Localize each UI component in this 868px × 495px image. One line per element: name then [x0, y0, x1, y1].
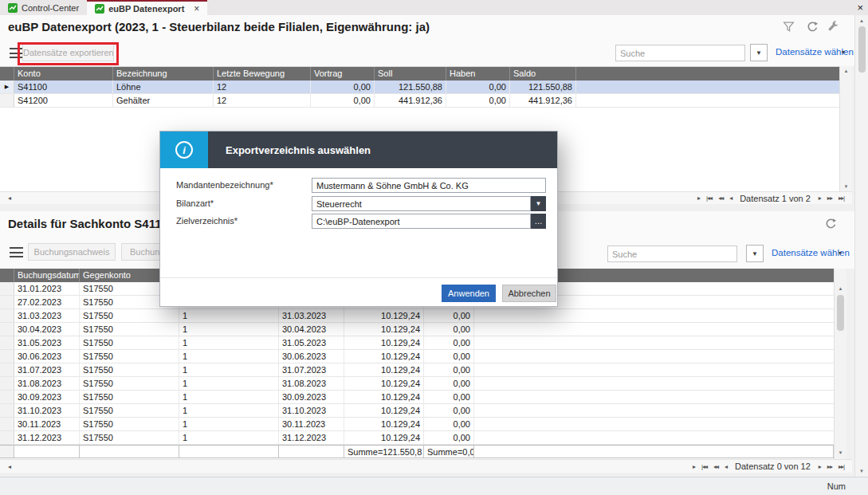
buchungsnachweis-button[interactable]: Buchungsnachweis [28, 243, 116, 261]
cell: 30.06.2023 [279, 350, 344, 363]
bilanzart-select[interactable] [312, 196, 531, 211]
scroll-down-icon[interactable]: ▾ [835, 450, 846, 456]
table-row[interactable]: 31.05.2023S17550131.05.202310.129,240,00 [0, 336, 834, 350]
table-row[interactable]: 31.10.2023S17550131.10.202310.129,240,00 [0, 404, 834, 418]
cell: 31.08.2023 [279, 377, 344, 390]
table-row[interactable]: 31.08.2023S17550131.08.202310.129,240,00 [0, 377, 834, 391]
window-vscrollbar[interactable]: ▴ ▾ [854, 15, 868, 477]
pager-first-icon[interactable]: |◂◂ [701, 463, 707, 470]
table-row[interactable]: 30.11.2023S17550130.11.202310.129,240,00 [0, 418, 834, 431]
scroll-right-icon[interactable]: ▸ [697, 194, 700, 202]
row-marker-cell [0, 350, 14, 363]
pager-next-page-icon[interactable]: ▸▸ [827, 194, 832, 202]
column-header[interactable]: Bezeichnung [113, 67, 214, 81]
scroll-left-icon[interactable]: ◂ [8, 463, 10, 470]
pager-prev-icon[interactable]: ◂ [729, 194, 732, 202]
cell [576, 81, 839, 93]
column-header[interactable]: Letzte Bewegung [214, 67, 311, 81]
cell: 1 [179, 336, 279, 349]
pager-next-icon[interactable]: ▸ [819, 463, 821, 470]
bilanzart-dropdown-button[interactable]: ▼ [531, 196, 546, 211]
scroll-left-icon[interactable]: ◂ [8, 194, 10, 202]
pager-last-icon[interactable]: ▸▸| [839, 194, 844, 202]
scroll-up-icon[interactable]: ▴ [835, 285, 846, 292]
menu-icon[interactable] [10, 247, 23, 257]
cell: S17550 [80, 404, 179, 417]
accounts-toolbar: Datensätze exportieren ▼ Datensätze wähl… [0, 40, 854, 66]
row-marker-cell [0, 377, 14, 390]
table-row[interactable]: ▶S41100Löhne120,00121.550,880,00121.550,… [0, 81, 839, 94]
table-row[interactable]: 31.03.2023S17550131.03.202310.129,240,00 [0, 309, 834, 323]
pager-next-page-icon[interactable]: ▸▸ [827, 463, 832, 470]
row-marker-cell [0, 418, 14, 430]
filter-dropdown-button[interactable]: ▼ [746, 245, 764, 262]
cell: S17550 [80, 431, 179, 444]
cell: 31.05.2023 [279, 336, 344, 349]
pager-prev-page-icon[interactable]: ◂◂ [713, 463, 718, 470]
browse-ellipsis-button[interactable]: … [531, 214, 546, 229]
scroll-up-icon[interactable]: ▴ [840, 68, 852, 74]
cell [576, 94, 839, 107]
table-row[interactable]: 31.07.2023S17550131.07.202310.129,240,00 [0, 363, 834, 377]
filter-dropdown-button[interactable]: ▼ [750, 44, 768, 61]
mandant-input[interactable] [312, 178, 546, 193]
cell: 0,00 [424, 418, 474, 430]
filter-funnel-icon[interactable] [783, 21, 795, 33]
apply-button[interactable]: Anwenden [442, 285, 496, 302]
tab-control-center[interactable]: Control-Center [0, 0, 87, 15]
wrench-icon[interactable] [827, 21, 839, 33]
scrollbar-thumb[interactable] [858, 26, 866, 73]
table-row[interactable]: S41200Gehälter120,00441.912,360,00441.91… [0, 94, 839, 108]
scrollbar-thumb[interactable] [837, 295, 844, 331]
status-bar: Num [0, 477, 868, 495]
column-header[interactable]: Soll [375, 67, 446, 81]
table-row[interactable]: 30.04.2023S17550130.04.202310.129,240,00 [0, 323, 834, 336]
cancel-button[interactable]: Abbrechen [502, 285, 556, 302]
cell: 31.12.2023 [279, 431, 344, 444]
accounts-grid-vscrollbar[interactable]: ▴ ▾ [839, 66, 852, 191]
chevron-down-icon[interactable]: ▾ [842, 49, 845, 56]
details-grid-vscrollbar[interactable]: ▴ ▾ [834, 269, 846, 459]
cell: 0,00 [446, 81, 510, 93]
column-header[interactable]: Vortrag [311, 67, 375, 81]
scroll-up-icon[interactable]: ▴ [855, 18, 868, 24]
cell: 10.129,24 [344, 431, 424, 444]
column-header[interactable]: Konto [14, 67, 113, 81]
cell: 0,00 [424, 404, 474, 417]
search-input[interactable] [607, 246, 737, 262]
row-marker-cell [0, 323, 14, 336]
scroll-down-icon[interactable]: ▾ [840, 183, 852, 190]
zielverzeichnis-input[interactable] [312, 214, 531, 229]
cell: 1 [179, 323, 279, 336]
table-row[interactable]: 30.06.2023S17550130.06.202310.129,240,00 [0, 350, 834, 363]
pager-first-icon[interactable]: |◂◂ [706, 194, 712, 202]
cell [474, 363, 834, 376]
pager-prev-page-icon[interactable]: ◂◂ [718, 194, 723, 202]
window-close-icon[interactable]: × [857, 2, 863, 14]
refresh-icon[interactable] [825, 218, 837, 230]
table-row[interactable]: 30.09.2023S17550130.09.202310.129,240,00 [0, 391, 834, 404]
column-header[interactable]: Saldo [510, 67, 576, 81]
tab-eubp-datenexport[interactable]: euBP Datenexport × [87, 0, 207, 15]
table-row[interactable]: 31.12.2023S17550131.12.202310.129,240,00 [0, 431, 834, 445]
refresh-icon[interactable] [807, 21, 819, 33]
pager-prev-icon[interactable]: ◂ [725, 463, 727, 470]
pager-last-icon[interactable]: ▸▸| [839, 463, 844, 470]
cell: 12 [214, 94, 311, 107]
tab-close-icon[interactable]: × [194, 3, 199, 14]
scroll-down-icon[interactable]: ▾ [855, 468, 868, 474]
column-header[interactable]: Buchungsdatum [14, 269, 80, 282]
column-header[interactable]: Haben [446, 67, 510, 81]
search-input[interactable] [615, 45, 745, 61]
bilanzart-label: Bilanzart* [176, 196, 214, 211]
cell: 0,00 [424, 336, 474, 349]
cell: 10.129,24 [344, 309, 424, 322]
cell: 31.03.2023 [14, 309, 80, 322]
scroll-right-icon[interactable]: ▸ [693, 463, 695, 470]
chevron-down-icon[interactable]: ▾ [839, 249, 842, 257]
cell: 0,00 [424, 309, 474, 322]
dialog-header: i Exportverzeichnis auswählen [160, 132, 557, 168]
cell: 30.11.2023 [279, 418, 344, 430]
pager-next-icon[interactable]: ▸ [819, 194, 821, 202]
cell: S17550 [80, 350, 179, 363]
